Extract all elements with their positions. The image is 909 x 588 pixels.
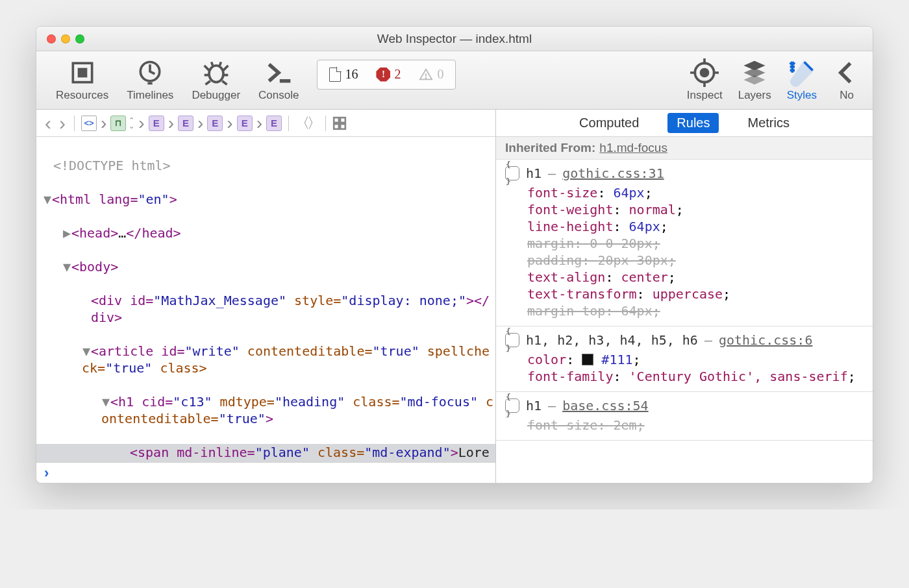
css-property[interactable]: line-height: 64px; [505,218,864,235]
styles-tabs: Computed Rules Metrics [496,110,873,137]
element-crumb-icon[interactable]: E [207,116,223,131]
doc-icon[interactable]: <> [81,116,97,131]
timelines-label: Timelines [127,89,173,102]
svg-point-3 [209,66,223,82]
styles-label: Styles [787,89,817,102]
zoom-window-icon[interactable] [75,34,84,43]
svg-rect-7 [334,117,339,123]
status-box: 16 ! 2 0 [317,60,456,90]
log-count[interactable]: 16 [329,67,358,82]
css-property[interactable]: font-size: 64px; [505,184,864,201]
css-property[interactable]: padding: 20px 30px; [505,252,864,269]
element-crumb-icon[interactable]: E [149,116,164,131]
overflow-button[interactable]: No [832,58,861,102]
layers-label: Layers [738,89,771,102]
svg-point-4 [426,77,427,78]
rule-source-link[interactable]: gothic.css:31 [562,165,664,182]
css-property[interactable]: text-transform: uppercase; [505,286,864,302]
css-property[interactable]: margin: 0 0 20px; [505,235,864,252]
rules-list: { }h1—gothic.css:31font-size: 64px;font-… [496,160,873,483]
code-view-icon[interactable]: 〈〉 [295,114,319,133]
inspect-label: Inspect [687,89,723,102]
next-label: No [840,89,854,102]
rule-selector[interactable]: h1 [526,165,542,182]
debugger-label: Debugger [192,89,240,102]
resources-label: Resources [56,89,108,102]
dom-tree[interactable]: <!DOCTYPE html> ▼<html lang="en"> ▶<head… [36,137,495,462]
css-property[interactable]: text-align: center; [505,269,864,286]
breadcrumb-bar: ‹ › <> › ⊓ ⌃⌄ › E › E › E › E › E 〈〉 [36,110,495,137]
nav-fwd-icon[interactable]: › [57,112,68,134]
page-icon [329,67,341,82]
css-property[interactable]: font-size: 2em; [505,417,864,434]
timelines-tab[interactable]: Timelines [127,58,173,102]
warning-count[interactable]: 0 [419,67,443,82]
error-count[interactable]: ! 2 [376,67,401,82]
inspect-button[interactable]: Inspect [687,58,723,102]
dom-crumb-icon[interactable]: ⊓ [110,116,126,131]
inherited-header: Inherited From: h1.md-focus [496,137,873,160]
window-controls [47,34,84,43]
rule-selector[interactable]: h1 [526,397,542,414]
console-label: Console [258,89,299,102]
element-crumb-icon[interactable]: E [237,116,253,131]
elements-pane: ‹ › <> › ⊓ ⌃⌄ › E › E › E › E › E 〈〉 [36,110,496,483]
css-property[interactable]: font-weight: normal; [505,201,864,218]
console-tab[interactable]: Console [258,58,299,102]
svg-rect-1 [79,69,86,77]
styles-tab[interactable]: Styles [787,58,817,102]
svg-rect-8 [340,117,345,123]
rule-selector[interactable]: h1, h2, h3, h4, h5, h6 [526,332,698,349]
element-crumb-icon[interactable]: E [178,116,193,131]
css-property[interactable]: font-family: 'Century Gothic', sans-seri… [505,368,864,385]
rule-origin-icon: { } [505,333,519,347]
console-drawer[interactable]: › [36,462,495,483]
tab-metrics[interactable]: Metrics [738,113,798,133]
debugger-tab[interactable]: Debugger [192,58,240,102]
css-property[interactable]: margin-top: 64px; [505,302,864,319]
rule-source-link[interactable]: base.css:54 [562,397,648,414]
grid-view-icon[interactable] [332,116,347,130]
layers-tab[interactable]: Layers [738,58,771,102]
svg-rect-10 [340,124,345,129]
svg-rect-9 [334,124,339,129]
rule-origin-icon: { } [505,398,519,413]
element-crumb-icon[interactable]: E [266,116,282,131]
inherited-selector[interactable]: h1.md-focus [599,141,667,155]
resources-tab[interactable]: Resources [56,58,108,102]
tab-rules[interactable]: Rules [667,113,719,133]
inspector-window: Web Inspector — index.html Resources Tim… [36,26,873,484]
rule-source-link[interactable]: gothic.css:6 [719,332,813,349]
titlebar[interactable]: Web Inspector — index.html [36,27,873,51]
error-icon: ! [376,67,390,82]
close-window-icon[interactable] [47,34,56,43]
minimize-window-icon[interactable] [61,34,70,43]
styles-pane: Computed Rules Metrics Inherited From: h… [496,110,873,483]
rule-origin-icon: { } [505,166,519,180]
svg-point-6 [701,69,708,77]
css-property[interactable]: color: #111; [505,351,864,368]
toolbar: Resources Timelines Debugger Console 16 … [36,51,873,110]
nav-back-icon[interactable]: ‹ [43,112,53,134]
window-title: Web Inspector — index.html [36,32,873,46]
console-prompt-icon: › [44,465,49,482]
tab-computed[interactable]: Computed [570,113,648,133]
